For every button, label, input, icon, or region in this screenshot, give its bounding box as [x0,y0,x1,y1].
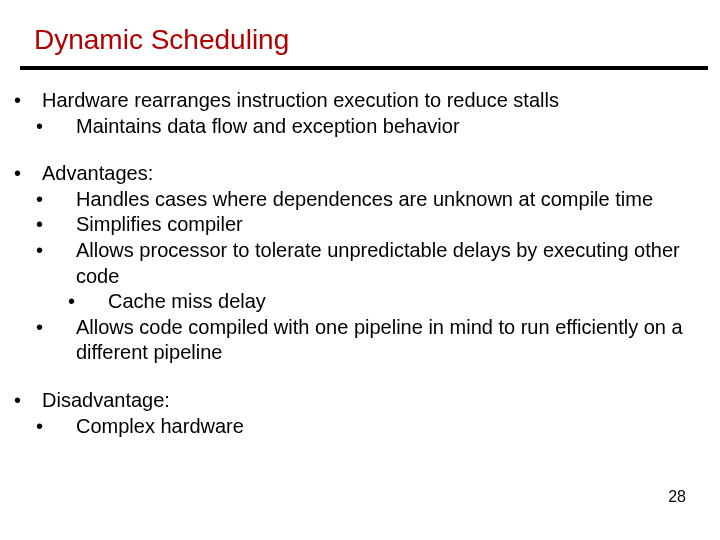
bullet-icon: • [28,161,42,187]
bullet-icon: • [88,289,108,315]
bullet-icon: • [56,212,76,238]
slide-content: •Hardware rearranges instruction executi… [28,88,700,439]
bullet-icon: • [28,88,42,114]
section-advantages: •Advantages: •Handles cases where depend… [28,161,700,366]
section-heading: Disadvantage: [42,389,170,411]
bullet-icon: • [56,414,76,440]
bullet-l3: •Cache miss delay [48,289,700,315]
bullet-icon: • [28,388,42,414]
bullet-icon: • [56,187,76,213]
page-number: 28 [668,488,686,506]
bullet-l2: •Handles cases where dependences are unk… [48,187,700,213]
bullet-l2: •Allows processor to tolerate unpredicta… [48,238,700,289]
bullet-text: Complex hardware [76,415,244,437]
section-heading: Advantages: [42,162,153,184]
bullet-text: Cache miss delay [108,290,266,312]
title-rule [20,66,708,70]
section-disadvantage: •Disadvantage: •Complex hardware [28,388,700,439]
bullet-text: Allows code compiled with one pipeline i… [76,316,683,364]
slide: Dynamic Scheduling •Hardware rearranges … [0,0,720,540]
bullet-text: Allows processor to tolerate unpredictab… [76,239,680,287]
bullet-text: Simplifies compiler [76,213,243,235]
bullet-text: Handles cases where dependences are unkn… [76,188,653,210]
bullet-l2: •Allows code compiled with one pipeline … [48,315,700,366]
bullet-icon: • [56,114,76,140]
section-heading: Hardware rearranges instruction executio… [42,89,559,111]
bullet-l2: •Simplifies compiler [48,212,700,238]
bullet-icon: • [56,238,76,264]
bullet-l1: •Advantages: [42,161,700,187]
bullet-l1: •Hardware rearranges instruction executi… [42,88,700,114]
bullet-l2: •Complex hardware [48,414,700,440]
bullet-icon: • [56,315,76,341]
slide-title: Dynamic Scheduling [28,24,700,66]
bullet-l1: •Disadvantage: [42,388,700,414]
section-hardware: •Hardware rearranges instruction executi… [28,88,700,139]
bullet-l2: •Maintains data flow and exception behav… [48,114,700,140]
bullet-text: Maintains data flow and exception behavi… [76,115,460,137]
